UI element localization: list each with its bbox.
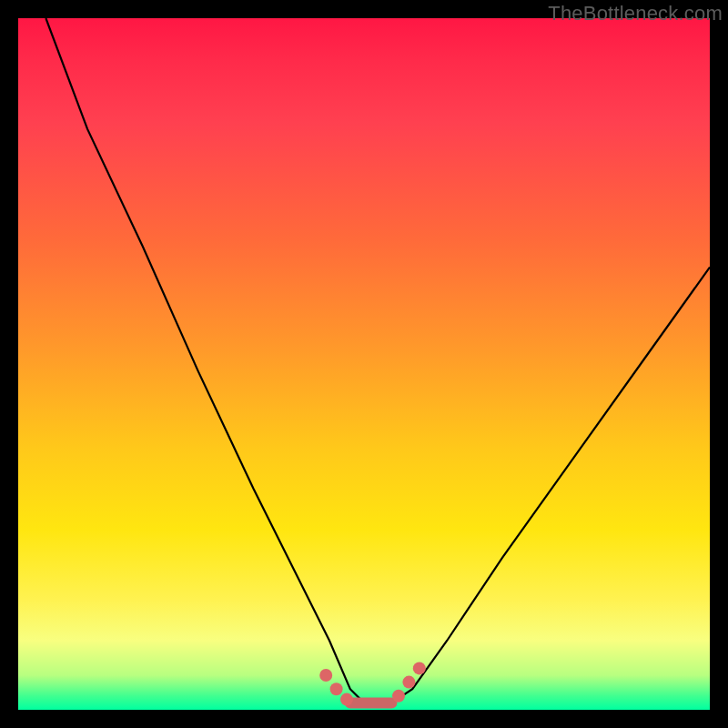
marker-dot bbox=[330, 682, 343, 695]
marker-dot bbox=[413, 662, 426, 674]
marker-dot bbox=[402, 676, 415, 689]
marker-dot bbox=[392, 690, 405, 703]
plot-area bbox=[18, 18, 710, 710]
bottleneck-curve bbox=[46, 18, 710, 703]
watermark-text: TheBottleneck.com bbox=[548, 2, 723, 25]
curve-svg bbox=[18, 18, 710, 710]
marker-dot bbox=[340, 693, 353, 706]
chart-frame: TheBottleneck.com bbox=[0, 0, 728, 728]
marker-dot bbox=[319, 669, 332, 682]
